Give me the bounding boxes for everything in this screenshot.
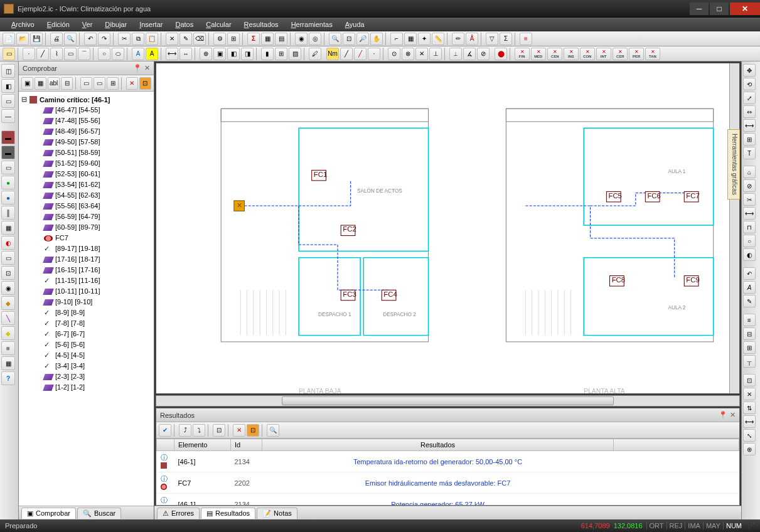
tool-icon[interactable]: ⟷ — [743, 415, 756, 428]
select-icon[interactable]: ▭ — [3, 48, 15, 60]
tool-icon[interactable]: ◉ — [295, 33, 308, 45]
tool-icon[interactable]: — — [1, 109, 15, 123]
close-icon[interactable]: ✕ — [144, 64, 150, 72]
tool-icon[interactable]: ⌂ — [743, 166, 756, 178]
menu-edición[interactable]: Edición — [42, 19, 75, 29]
redo-icon[interactable]: ↷ — [98, 33, 110, 45]
snap-icon[interactable]: ✦ — [418, 33, 431, 45]
hatch-icon[interactable]: ▨ — [289, 48, 301, 60]
menu-insertar[interactable]: Insertar — [134, 19, 168, 29]
tool-icon[interactable]: ⊟ — [743, 327, 756, 340]
print-icon[interactable]: 🖨 — [50, 33, 63, 45]
circle-icon[interactable]: ○ — [98, 48, 110, 60]
line-icon[interactable]: ╱ — [36, 48, 49, 60]
export-icon[interactable]: ⤵ — [193, 424, 205, 437]
help-icon[interactable]: ? — [1, 371, 15, 385]
tree-item[interactable]: [52-53] [60-61] — [20, 169, 153, 179]
export-icon[interactable]: ⤴ — [179, 424, 191, 437]
snap-icon[interactable]: ✕ — [415, 48, 428, 60]
tool-icon[interactable]: ✥ — [743, 64, 756, 77]
tree-item[interactable]: [8-9] [8-9] — [20, 307, 153, 318]
grab-icon[interactable]: ⬤ — [495, 48, 507, 60]
tool-icon[interactable]: ↶ — [743, 267, 756, 280]
tree-icon[interactable]: ⊞ — [275, 48, 287, 60]
tool-icon[interactable]: ⟷ — [743, 119, 756, 132]
save-icon[interactable]: 💾 — [30, 33, 43, 45]
tool-icon[interactable]: ⟷ — [743, 207, 756, 220]
cut-icon[interactable]: ✂ — [118, 33, 131, 45]
tool-icon[interactable]: ✎ — [743, 295, 756, 307]
maximize-button[interactable]: □ — [710, 3, 729, 15]
tool-icon[interactable]: ● — [1, 176, 15, 189]
tool-icon[interactable]: ⊓ — [743, 221, 756, 233]
highlight-icon[interactable]: ⊡ — [247, 424, 259, 437]
text-icon[interactable]: A — [132, 48, 144, 60]
tool-icon[interactable]: ◫ — [1, 64, 15, 78]
tree-item[interactable]: [2-3] [2-3] — [20, 371, 153, 382]
tree-item[interactable]: [11-15] [11-16] — [20, 275, 153, 286]
snap-icon[interactable]: ⊘ — [477, 48, 490, 60]
tool-icon[interactable]: ⤡ — [743, 429, 756, 442]
tool-icon[interactable]: ▦ — [35, 77, 46, 90]
symbol-icon[interactable]: ▣ — [213, 48, 226, 60]
zoom-fit-icon[interactable]: ⊡ — [343, 33, 355, 45]
pan-icon[interactable]: ✋ — [370, 33, 383, 45]
sigma-icon[interactable]: Σ — [247, 33, 260, 45]
tree-item[interactable]: [46-47] [54-55] — [20, 105, 153, 115]
tool-icon[interactable]: ≡ — [743, 314, 756, 326]
hscrollbar[interactable] — [156, 395, 740, 407]
tool-icon[interactable]: ║ — [1, 206, 15, 220]
table-row[interactable]: ⓘ [46-1]2134Potencia generador: 65,27 kW — [157, 494, 739, 506]
tree-item[interactable]: [55-56] [63-64] — [20, 201, 153, 211]
color-icon[interactable]: 🖊 — [309, 48, 321, 60]
menu-dibujar[interactable]: Dibujar — [100, 19, 132, 29]
resize-grip-icon[interactable]: ⋰ — [748, 522, 755, 530]
search-icon[interactable]: 🔍 — [267, 424, 279, 437]
table-row[interactable]: ⓘ [46-1]2134Temperatura ida-retorno del … — [157, 451, 739, 472]
tool-icon[interactable]: ⊡ — [743, 374, 756, 386]
preview-icon[interactable]: 🔍 — [64, 33, 77, 45]
tool-icon[interactable]: ⊡ — [1, 266, 15, 280]
point-icon[interactable]: · — [23, 48, 35, 60]
minimize-button[interactable]: ─ — [690, 3, 709, 15]
tool-icon[interactable]: ⤢ — [743, 92, 756, 104]
delete-icon[interactable]: ✕ — [126, 77, 138, 90]
snap-cer[interactable]: ✕CER — [613, 48, 628, 60]
table-row[interactable]: ⓘ FC72202Emisor hidráulicamente más desf… — [157, 472, 739, 494]
paste-icon[interactable]: 📋 — [146, 33, 158, 45]
tree-item[interactable]: [89-17] [19-18] — [20, 243, 153, 254]
vscrollbar[interactable] — [729, 63, 739, 393]
tool-icon[interactable]: ◆ — [1, 326, 15, 340]
tool-icon[interactable]: ▬ — [1, 146, 15, 159]
tool-icon[interactable]: ⟲ — [743, 78, 756, 90]
tree-item[interactable]: [1-2] [1-2] — [20, 382, 153, 393]
tree-item[interactable]: [47-48] [55-56] — [20, 115, 153, 126]
snap-med[interactable]: ✕MED — [531, 48, 546, 60]
close-icon[interactable]: ✕ — [730, 411, 736, 419]
pencil-icon[interactable]: ✏ — [452, 33, 464, 45]
report-icon[interactable]: ▤ — [275, 33, 287, 45]
grid-icon[interactable]: ▦ — [404, 33, 417, 45]
tool-icon[interactable]: ✕ — [743, 388, 756, 400]
menu-archivo[interactable]: Archivo — [6, 19, 40, 29]
tree-item[interactable]: [60-59] [89-79] — [20, 222, 153, 233]
text-icon[interactable]: A — [146, 48, 158, 60]
tool-icon[interactable]: ▭ — [94, 77, 105, 90]
tab-buscar[interactable]: 🔍Buscar — [77, 508, 121, 519]
copy-icon[interactable]: ⧉ — [132, 33, 144, 45]
tool-icon[interactable]: ◐ — [1, 236, 15, 250]
snap-icon[interactable]: ⊗ — [402, 48, 414, 60]
snap-icon[interactable]: · — [368, 48, 380, 60]
tree-item[interactable]: [54-55] [62-63] — [20, 190, 153, 201]
tool-icon[interactable]: T — [743, 147, 756, 159]
tool-icon[interactable]: ▣ — [21, 77, 33, 90]
tool-icon[interactable]: ⊞ — [743, 341, 756, 354]
ellipse-icon[interactable]: ⬭ — [112, 48, 124, 60]
tool-icon[interactable]: ○ — [743, 235, 756, 247]
tool-icon[interactable]: ◐ — [743, 248, 756, 261]
tool-icon[interactable]: ⇅ — [743, 402, 756, 414]
layers-icon[interactable]: ≡ — [520, 33, 532, 45]
symbol-icon[interactable]: ◨ — [241, 48, 254, 60]
tree-item[interactable]: [48-49] [56-57] — [20, 126, 153, 137]
edit-icon[interactable]: ✎ — [179, 33, 192, 45]
